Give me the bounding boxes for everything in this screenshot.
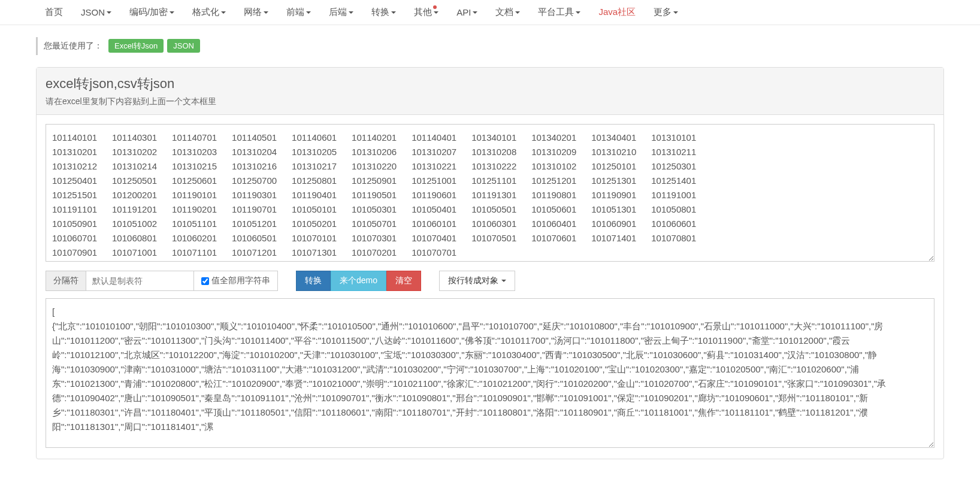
recent-tag-1[interactable]: JSON [167,39,200,53]
main-panel: excel转json,csv转json 请在excel里复制下内容贴到上面一个文… [36,67,944,459]
chevron-down-icon [473,11,477,14]
nav-item-6[interactable]: 后端 [320,1,362,24]
chevron-down-icon [221,11,226,14]
panel-body: 分隔符 值全部用字符串 转换 来个demo 清空 按行转成对象 [37,115,943,459]
row-object-button[interactable]: 按行转成对象 [439,271,515,291]
nav-item-label: 前端 [286,7,304,18]
clear-button[interactable]: 清空 [386,271,421,291]
nav-item-4[interactable]: 网络 [235,1,277,24]
row-object-label: 按行转成对象 [448,275,498,286]
separator-input[interactable] [86,271,194,291]
nav-item-label: JSON [81,7,105,17]
recent-tag-0[interactable]: Excel转Json [108,39,164,53]
nav-item-7[interactable]: 转换 [362,1,405,24]
nav-item-label: 编码/加密 [129,7,168,18]
chevron-down-icon [515,11,520,14]
chevron-down-icon [107,11,111,14]
chevron-down-icon [349,11,353,14]
nav-item-0[interactable]: 首页 [36,1,72,24]
chevron-down-icon [434,11,438,14]
nav-item-label: Java社区 [598,7,636,18]
output-textarea[interactable] [46,298,934,448]
chevron-down-icon [501,280,506,282]
panel-subtitle: 请在excel里复制下内容贴到上面一个文本框里 [46,96,934,107]
panel-title: excel转json,csv转json [46,75,934,93]
nav-item-9[interactable]: API [447,1,486,23]
string-checkbox-wrap[interactable]: 值全部用字符串 [194,271,278,291]
controls-row: 分隔符 值全部用字符串 转换 来个demo 清空 按行转成对象 [46,271,934,291]
chevron-down-icon [576,11,580,14]
top-navbar: 首页JSON编码/加密格式化网络前端后端转换其他API文档平台工具Java社区更… [0,0,980,25]
nav-item-label: 其他 [414,7,432,18]
nav-item-label: 文档 [495,7,513,18]
chevron-down-icon [170,11,174,14]
nav-item-label: 后端 [329,7,347,18]
nav-item-label: 格式化 [192,7,219,18]
convert-button[interactable]: 转换 [296,271,331,291]
chevron-down-icon [264,11,268,14]
separator-label: 分隔符 [46,271,86,291]
nav-item-12[interactable]: Java社区 [589,1,645,24]
string-checkbox-label: 值全部用字符串 [211,275,270,286]
nav-item-label: 平台工具 [538,7,574,18]
chevron-down-icon [306,11,311,14]
nav-item-10[interactable]: 文档 [486,1,529,24]
demo-button[interactable]: 来个demo [331,271,386,291]
nav-item-11[interactable]: 平台工具 [529,1,589,24]
notification-dot-icon [433,5,437,9]
recent-label: 您最近使用了： [44,41,102,51]
panel-heading: excel转json,csv转json 请在excel里复制下内容贴到上面一个文… [37,68,943,115]
chevron-down-icon [673,11,678,14]
nav-item-3[interactable]: 格式化 [183,1,235,24]
recent-bar: 您最近使用了： Excel转JsonJSON [36,37,944,55]
string-checkbox[interactable] [201,277,209,285]
separator-group: 分隔符 值全部用字符串 [46,271,278,291]
chevron-down-icon [391,11,396,14]
nav-item-label: 网络 [244,7,262,18]
nav-item-13[interactable]: 更多 [645,1,687,24]
nav-item-1[interactable]: JSON [72,1,120,23]
nav-item-2[interactable]: 编码/加密 [120,1,183,24]
nav-item-label: 首页 [45,7,63,18]
nav-item-label: 更多 [654,7,672,18]
nav-item-label: API [456,7,471,17]
nav-item-5[interactable]: 前端 [277,1,320,24]
input-textarea[interactable] [46,124,934,262]
nav-item-label: 转换 [371,7,389,18]
nav-item-8[interactable]: 其他 [405,1,447,24]
